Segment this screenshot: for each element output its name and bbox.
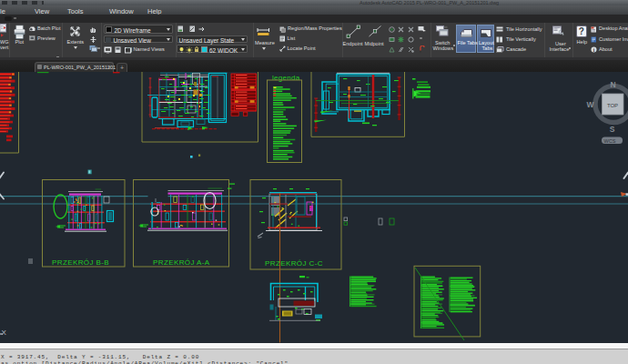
svg-text:W: W — [586, 100, 594, 109]
svg-text:PRZEKRÓJ B-B: PRZEKRÓJ B-B — [52, 258, 109, 267]
svg-text:WCS: WCS — [604, 138, 616, 144]
svg-text:PRZEKRÓJ C-C: PRZEKRÓJ C-C — [265, 259, 323, 268]
svg-text:N: N — [610, 80, 615, 89]
svg-text:X: X — [2, 329, 7, 337]
svg-text:PRZEKRÓJ A-A: PRZEKRÓJ A-A — [153, 258, 210, 267]
svg-text:TOP: TOP — [607, 103, 618, 108]
svg-text:?: ? — [578, 26, 583, 36]
svg-text:S: S — [610, 125, 615, 134]
